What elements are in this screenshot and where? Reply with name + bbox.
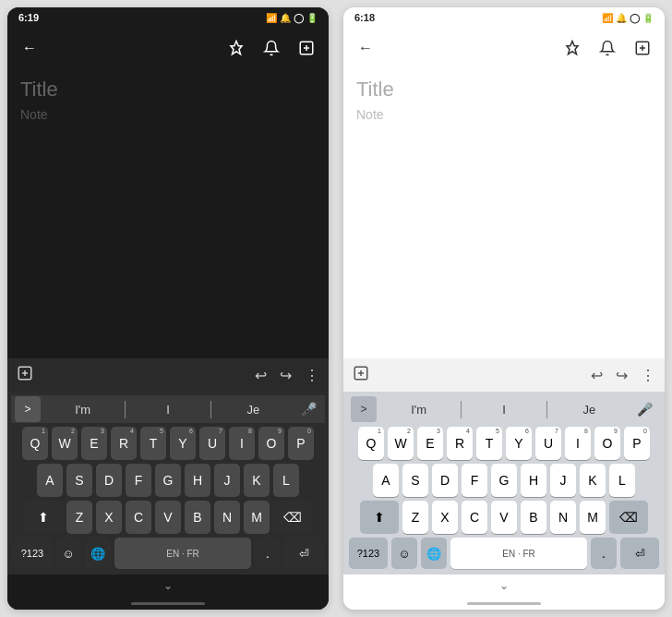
suggestion-1-light[interactable]: I'm (377, 401, 462, 418)
note-content-light[interactable]: Title Note (343, 68, 665, 358)
key-B-light[interactable]: B (521, 501, 546, 534)
key-enter-light[interactable]: ⏎ (620, 538, 659, 569)
key-period-dark[interactable]: . (255, 538, 281, 569)
key-enter-dark[interactable]: ⏎ (284, 538, 323, 569)
key-Z-light[interactable]: Z (402, 501, 428, 534)
suggestion-2-light[interactable]: I (462, 401, 546, 418)
key-M-light[interactable]: M (580, 501, 606, 534)
note-content-dark[interactable]: Title Note (7, 68, 329, 358)
mic-button-light[interactable]: 🎤 (631, 396, 657, 422)
key-W-dark[interactable]: W2 (52, 427, 78, 460)
key-O-dark[interactable]: O9 (258, 427, 284, 460)
suggestion-3-dark[interactable]: Je (211, 401, 295, 418)
pin-button-light[interactable] (561, 37, 583, 59)
new-note-button-dark[interactable] (295, 37, 318, 59)
key-Z-dark[interactable]: Z (66, 501, 92, 534)
back-button-light[interactable]: ← (354, 37, 377, 59)
key-F-dark[interactable]: F (126, 464, 151, 497)
key-W-light[interactable]: W2 (388, 427, 414, 460)
toolbar-redo-dark[interactable]: ↪ (280, 367, 292, 384)
key-J-dark[interactable]: J (214, 464, 240, 497)
key-S-dark[interactable]: S (66, 464, 92, 497)
key-C-dark[interactable]: C (126, 501, 151, 534)
key-U-dark[interactable]: U7 (199, 427, 225, 460)
key-I-dark[interactable]: I8 (229, 427, 255, 460)
new-note-button-light[interactable] (631, 37, 654, 59)
key-D-dark[interactable]: D (96, 464, 122, 497)
toolbar-undo-dark[interactable]: ↩ (255, 367, 267, 384)
key-P-light[interactable]: P0 (624, 427, 650, 460)
back-button-dark[interactable]: ← (18, 37, 41, 59)
key-N-light[interactable]: N (550, 501, 576, 534)
chevron-down-dark[interactable]: ⌄ (163, 579, 173, 592)
bell-button-light[interactable] (596, 37, 618, 59)
suggestion-2-dark[interactable]: I (126, 401, 210, 418)
key-A-light[interactable]: A (373, 464, 399, 497)
key-V-light[interactable]: V (491, 501, 517, 534)
pin-button-dark[interactable] (225, 37, 247, 59)
key-M-dark[interactable]: M (244, 501, 270, 534)
key-Q-light[interactable]: Q1 (358, 427, 384, 460)
key-L-dark[interactable]: L (273, 464, 299, 497)
key-Y-light[interactable]: Y6 (506, 427, 532, 460)
key-A-dark[interactable]: A (37, 464, 63, 497)
key-S-light[interactable]: S (402, 464, 428, 497)
key-Q-dark[interactable]: Q1 (22, 427, 48, 460)
suggest-expand-dark[interactable]: > (15, 396, 41, 422)
key-C-light[interactable]: C (462, 501, 487, 534)
key-R-dark[interactable]: R4 (111, 427, 137, 460)
key-R-light[interactable]: R4 (447, 427, 473, 460)
key-emoji-light[interactable]: ☺ (391, 538, 417, 569)
key-G-light[interactable]: G (491, 464, 517, 497)
note-title-light[interactable]: Title (356, 78, 652, 102)
key-K-light[interactable]: K (580, 464, 606, 497)
key-G-dark[interactable]: G (155, 464, 181, 497)
suggestion-1-dark[interactable]: I'm (41, 401, 126, 418)
key-numbers-dark[interactable]: ?123 (13, 538, 52, 569)
key-H-dark[interactable]: H (185, 464, 210, 497)
toolbar-add-light[interactable] (353, 365, 369, 385)
key-X-dark[interactable]: X (96, 501, 122, 534)
toolbar-undo-light[interactable]: ↩ (591, 367, 603, 384)
key-J-light[interactable]: J (550, 464, 576, 497)
key-K-dark[interactable]: K (244, 464, 270, 497)
key-space-dark[interactable]: EN · FR (114, 538, 251, 569)
key-globe-dark[interactable]: 🌐 (85, 538, 111, 569)
note-body-light[interactable]: Note (356, 107, 652, 122)
key-shift-dark[interactable]: ⬆ (24, 501, 63, 534)
key-T-light[interactable]: T5 (476, 427, 502, 460)
suggest-expand-light[interactable]: > (351, 396, 377, 422)
key-backspace-light[interactable]: ⌫ (609, 501, 648, 534)
mic-button-dark[interactable]: 🎤 (295, 396, 321, 422)
key-Y-dark[interactable]: Y6 (170, 427, 196, 460)
key-O-light[interactable]: O9 (594, 427, 620, 460)
key-I-light[interactable]: I8 (565, 427, 591, 460)
note-title-dark[interactable]: Title (20, 78, 316, 102)
key-F-light[interactable]: F (462, 464, 487, 497)
bell-button-dark[interactable] (260, 37, 282, 59)
toolbar-more-dark[interactable]: ⋮ (305, 367, 319, 384)
toolbar-add-dark[interactable] (17, 365, 33, 385)
key-globe-light[interactable]: 🌐 (421, 538, 447, 569)
key-emoji-dark[interactable]: ☺ (55, 538, 81, 569)
key-U-light[interactable]: U7 (535, 427, 561, 460)
toolbar-redo-light[interactable]: ↪ (616, 367, 628, 384)
key-T-dark[interactable]: T5 (140, 427, 166, 460)
key-B-dark[interactable]: B (185, 501, 210, 534)
key-L-light[interactable]: L (609, 464, 635, 497)
key-N-dark[interactable]: N (214, 501, 240, 534)
key-numbers-light[interactable]: ?123 (349, 538, 388, 569)
key-E-dark[interactable]: E3 (81, 427, 107, 460)
note-body-dark[interactable]: Note (20, 107, 316, 122)
key-P-dark[interactable]: P0 (288, 427, 314, 460)
key-V-dark[interactable]: V (155, 501, 181, 534)
key-D-light[interactable]: D (432, 464, 458, 497)
suggestion-3-light[interactable]: Je (547, 401, 631, 418)
key-X-light[interactable]: X (432, 501, 458, 534)
key-period-light[interactable]: . (591, 538, 617, 569)
key-backspace-dark[interactable]: ⌫ (273, 501, 312, 534)
key-E-light[interactable]: E3 (417, 427, 443, 460)
key-shift-light[interactable]: ⬆ (360, 501, 399, 534)
toolbar-more-light[interactable]: ⋮ (641, 367, 655, 384)
key-H-light[interactable]: H (521, 464, 546, 497)
